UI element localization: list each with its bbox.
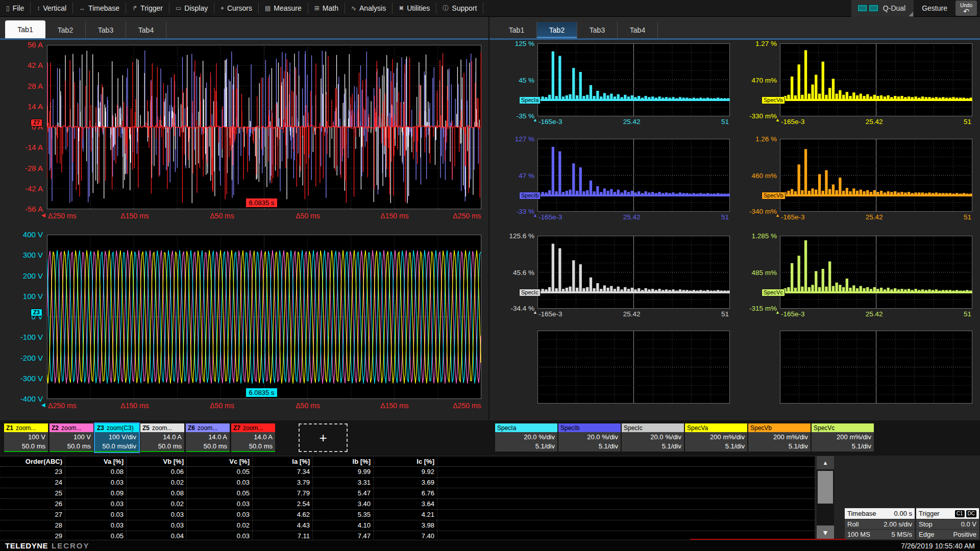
voltage_plot-zoom-marker-badge[interactable]: Z3 (31, 309, 42, 316)
voltage_plot-time-readout: 6.0835 s (246, 388, 278, 397)
descriptor-header: Z7zoom... (231, 423, 275, 432)
scroll-up-button[interactable]: ▲ (817, 456, 834, 469)
trigger-badge: C1 (955, 510, 965, 517)
panel-row-value: 5 MS/s (892, 531, 912, 538)
descriptor-status-underline (231, 451, 275, 452)
current-waveform-plot[interactable] (47, 45, 481, 209)
timebase-panel[interactable]: Timebase 0.00 s Roll2.00 s/div100 MS5 MS… (845, 508, 915, 540)
spectrum-trace-badge[interactable]: SpecIa (519, 96, 541, 104)
menu-item-utilities[interactable]: ✖Utilities (393, 3, 436, 14)
spectrum-plot-specia[interactable] (537, 43, 730, 116)
menu-item-support[interactable]: ⓘSupport (436, 3, 483, 14)
spectrum-trace-badge[interactable]: SpecVa (762, 96, 785, 104)
scroll-down-button[interactable]: ▼ (817, 525, 834, 540)
descriptor-settings: 20.0 %/div5.1/div (558, 432, 621, 452)
spectrum-plot-specvc[interactable] (780, 236, 972, 309)
spectrum-x-axis-label: 51 (951, 213, 971, 221)
current_plot-y-axis-label: 42 A (0, 61, 43, 70)
panel-row: EdgePositive (916, 530, 979, 539)
menu-item-analysis[interactable]: ∿Analysis (345, 3, 393, 14)
descriptor-timebase: 50.0 ms (140, 442, 182, 451)
spectrum-trace-badge[interactable]: SpecVc (762, 289, 785, 296)
menu-item-math[interactable]: ⊞Math (308, 3, 345, 14)
spectrum-y-axis-label: 485 m% (733, 268, 777, 277)
menu-item-label: Vertical (43, 4, 66, 12)
table-cell: 7.34 (253, 467, 313, 477)
table-cell-filler (437, 488, 815, 498)
descriptor-id: Z5 (142, 424, 150, 432)
panel-row: Roll2.00 s/div (845, 519, 915, 529)
descriptor-specvc[interactable]: SpecVc200 m%/div5.1/div (812, 423, 874, 452)
tab-left-tab4[interactable]: Tab4 (126, 22, 166, 38)
voltage_plot-delta-time-label: Δ150 ms (373, 402, 416, 410)
voltage_plot-y-axis-label: 300 V (0, 251, 43, 260)
descriptor-z3[interactable]: Z3zoom(C3)100 V/div50.0 ms/div (95, 423, 139, 452)
descriptor-z2[interactable]: Z2zoom...100 V50.0 ms (50, 423, 93, 452)
vertical-icon: ↕ (37, 5, 40, 12)
scrollbar-thumb[interactable] (818, 471, 833, 504)
spectrum-x-axis-label: 25.42 (859, 118, 890, 126)
current_plot-y-axis-label: 56 A (0, 40, 43, 49)
spectrum-plot-specvb[interactable] (780, 139, 972, 212)
spectrum-y-axis-label: -35 % (491, 112, 534, 120)
tab-right-tab4[interactable]: Tab4 (618, 22, 658, 38)
descriptor-z1[interactable]: Z1zoom...100 V50.0 ms (4, 423, 48, 452)
tab-right-tab3[interactable]: Tab3 (577, 22, 618, 38)
table-cell: 3.79 (253, 478, 313, 488)
current_plot-zoom-marker-badge[interactable]: Z7 (31, 119, 42, 127)
menu-item-timebase[interactable]: ↔Timebase (73, 3, 126, 14)
voltage-waveform-plot[interactable] (47, 235, 481, 399)
spectrum-trace-badge[interactable]: SpecVb (762, 192, 786, 199)
descriptor-specic[interactable]: SpecIc20.0 %/div5.1/div (622, 423, 684, 452)
tab-right-tab2[interactable]: Tab2 (537, 22, 577, 38)
descriptor-specib[interactable]: SpecIb20.0 %/div5.1/div (558, 423, 621, 452)
descriptor-z5[interactable]: Z5zoom...14.0 A50.0 ms (140, 423, 184, 452)
tab-strip-left: Tab1Tab2Tab3Tab4 (0, 17, 489, 40)
spectrum-plot-empty-1[interactable] (537, 331, 730, 404)
spectrum-trace-badge[interactable]: SpecIb (519, 192, 541, 199)
qdual-button[interactable]: Q-Dual (851, 0, 914, 17)
descriptor-specvb[interactable]: SpecVb200 m%/div5.1/div (748, 423, 811, 452)
spectrum-plot-specic[interactable] (537, 236, 730, 309)
tab-right-tab1[interactable]: Tab1 (497, 22, 537, 38)
menu-item-file[interactable]: ▯File (0, 3, 31, 14)
tab-left-tab1[interactable]: Tab1 (5, 20, 45, 38)
menu-item-measure[interactable]: ▤Measure (259, 3, 308, 14)
table-header-cell: Order(ABC) (0, 457, 65, 466)
menu-item-display[interactable]: ▭Display (169, 3, 214, 14)
gesture-toggle[interactable]: Gesture (922, 4, 947, 12)
table-cell: 0.05 (187, 467, 253, 477)
undo-button[interactable]: Undo ↶ (955, 1, 977, 16)
table-cell: 0.03 (65, 520, 127, 531)
menu-item-cursors[interactable]: ⌖Cursors (214, 3, 259, 14)
spectrum-y-axis-label: -34.4 % (491, 304, 534, 313)
spectrum-plot-specva[interactable] (780, 43, 972, 116)
spectrum-plot-empty-2[interactable] (780, 331, 972, 404)
descriptor-specia[interactable]: SpecIa20.0 %/div5.1/div (495, 423, 557, 452)
descriptor-status-underline (186, 451, 230, 452)
table-cell: 3.40 (313, 499, 374, 509)
descriptor-id: Z2 (52, 424, 59, 432)
descriptor-scale: 20.0 %/div (495, 433, 555, 442)
voltage_plot-y-axis-label: -200 V (0, 354, 43, 363)
descriptor-settings: 14.0 A50.0 ms (140, 432, 184, 451)
spectrum-trace-badge[interactable]: SpecIc (519, 289, 541, 296)
tab-left-tab3[interactable]: Tab3 (86, 22, 126, 38)
trigger-panel[interactable]: Trigger C1DC Stop0.0 VEdgePositive (916, 508, 979, 540)
table-cell: 3.98 (374, 520, 437, 531)
descriptor-z7[interactable]: Z7zoom...14.0 A50.0 ms (231, 423, 275, 452)
table-cell: 3.31 (313, 478, 374, 488)
tab-left-tab2[interactable]: Tab2 (45, 22, 86, 38)
descriptor-scale: 14.0 A (140, 433, 182, 442)
descriptor-specva[interactable]: SpecVa200 m%/div5.1/div (685, 423, 747, 452)
add-trace-button[interactable]: + (299, 423, 348, 452)
descriptor-scale: 14.0 A (231, 433, 273, 442)
table-cell: 24 (0, 478, 65, 488)
descriptor-z6[interactable]: Z6zoom...14.0 A50.0 ms (186, 423, 230, 452)
menu-item-vertical[interactable]: ↕Vertical (31, 3, 73, 14)
spectrum-plot-specib[interactable] (537, 139, 730, 212)
descriptor-id: SpecIc (624, 424, 643, 432)
table-header-cell: Va [%] (65, 457, 127, 466)
menu-item-trigger[interactable]: ↱Trigger (126, 3, 169, 14)
descriptor-settings: 200 m%/div5.1/div (812, 432, 874, 452)
